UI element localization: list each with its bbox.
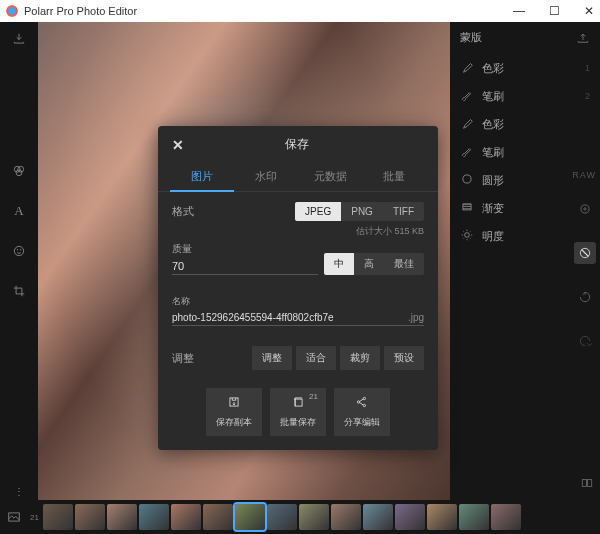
gradient-icon (460, 200, 474, 216)
dialog-tabs: 图片水印元数据批量 (158, 163, 438, 192)
quality-preset-2[interactable]: 最佳 (384, 253, 424, 275)
mask-item-2[interactable]: 色彩 (450, 110, 600, 138)
thumb-count: 21 (30, 513, 39, 522)
tab-1[interactable]: 水印 (234, 163, 298, 191)
thumbnail[interactable] (171, 504, 201, 530)
filename-input[interactable] (172, 310, 408, 325)
batch-icon (291, 395, 305, 412)
name-label: 名称 (172, 295, 424, 308)
save-dialog: ✕ 保存 图片水印元数据批量 格式 JPEGPNGTIFF 估计大小 515 K… (158, 126, 438, 450)
svg-point-9 (581, 205, 589, 213)
history-icon[interactable] (574, 286, 596, 308)
svg-rect-16 (295, 399, 302, 406)
title-bar: Polarr Pro Photo Editor — ☐ ✕ (0, 0, 600, 22)
compare-icon[interactable] (580, 476, 594, 492)
thumbnails (43, 504, 596, 530)
thumbnail[interactable] (331, 504, 361, 530)
estimated-size: 估计大小 515 KB (172, 225, 424, 238)
eyedropper-icon (460, 116, 474, 132)
more-icon[interactable]: ⋮ (10, 482, 28, 500)
thumbnail[interactable] (459, 504, 489, 530)
tab-2[interactable]: 元数据 (298, 163, 362, 191)
thumbnail[interactable] (75, 504, 105, 530)
window-title: Polarr Pro Photo Editor (24, 5, 137, 17)
batch-badge: 21 (309, 392, 318, 401)
crop-icon[interactable] (10, 282, 28, 300)
thumbnail[interactable] (363, 504, 393, 530)
filmstrip: 21 (0, 500, 600, 534)
svg-point-3 (14, 246, 23, 255)
svg-rect-13 (588, 480, 592, 487)
thumbnail[interactable] (235, 504, 265, 530)
left-toolbar: A ⋮ (0, 22, 38, 500)
svg-point-2 (16, 170, 22, 176)
thumbnail[interactable] (107, 504, 137, 530)
brush-icon (460, 144, 474, 160)
svg-point-4 (17, 250, 18, 251)
format-png[interactable]: PNG (341, 202, 383, 221)
adjust-label: 调整 (172, 351, 248, 366)
close-button[interactable]: ✕ (584, 4, 594, 18)
gallery-icon[interactable] (4, 507, 24, 527)
mask-item-0[interactable]: 色彩1 (450, 54, 600, 82)
format-segment: JPEGPNGTIFF (295, 202, 424, 221)
share-button[interactable]: 分享编辑 (334, 388, 390, 436)
thumbnail[interactable] (427, 504, 457, 530)
mask-icon[interactable] (574, 242, 596, 264)
filters-icon[interactable] (10, 162, 28, 180)
svg-point-6 (463, 175, 471, 183)
svg-point-5 (20, 250, 21, 251)
import-icon[interactable] (10, 30, 28, 48)
svg-point-17 (357, 401, 359, 403)
close-dialog-button[interactable]: ✕ (172, 137, 184, 153)
window-controls: — ☐ ✕ (513, 4, 594, 18)
format-jpeg[interactable]: JPEG (295, 202, 341, 221)
thumbnail[interactable] (395, 504, 425, 530)
thumbnail[interactable] (139, 504, 169, 530)
save-copy-icon (227, 395, 241, 412)
quality-preset-1[interactable]: 高 (354, 253, 384, 275)
export-icon[interactable] (576, 30, 590, 46)
format-tiff[interactable]: TIFF (383, 202, 424, 221)
thumbnail[interactable] (299, 504, 329, 530)
svg-point-8 (465, 233, 470, 238)
format-label: 格式 (172, 204, 295, 219)
tab-0[interactable]: 图片 (170, 163, 234, 192)
raw-label: RAW (572, 170, 596, 180)
svg-point-10 (584, 208, 586, 210)
quality-input[interactable] (172, 258, 318, 275)
quality-segment: 中高最佳 (324, 253, 424, 275)
redo-icon[interactable] (574, 330, 596, 352)
mask-item-1[interactable]: 笔刷2 (450, 82, 600, 110)
thumbnail[interactable] (491, 504, 521, 530)
svg-rect-12 (582, 480, 586, 487)
maximize-button[interactable]: ☐ (549, 4, 560, 18)
thumbnail[interactable] (267, 504, 297, 530)
file-ext: .jpg (408, 312, 424, 325)
svg-point-18 (363, 397, 365, 399)
thumbnail[interactable] (43, 504, 73, 530)
batch-save-button[interactable]: 21 批量保存 (270, 388, 326, 436)
dialog-title: 保存 (184, 136, 410, 153)
thumbnail[interactable] (203, 504, 233, 530)
quality-label: 质量 (172, 242, 318, 256)
adjust-btn-1[interactable]: 适合 (296, 346, 336, 370)
face-icon[interactable] (10, 242, 28, 260)
app-root: A ⋮ 蒙版 色彩1笔刷2色彩笔刷圆形渐变明度 RAW 21 ✕ 保存 图片水 (0, 22, 600, 534)
target-icon[interactable] (574, 198, 596, 220)
text-icon[interactable]: A (10, 202, 28, 220)
minimize-button[interactable]: — (513, 4, 525, 18)
circle-icon (460, 172, 474, 188)
save-copy-button[interactable]: 保存副本 (206, 388, 262, 436)
right-panel: 蒙版 色彩1笔刷2色彩笔刷圆形渐变明度 RAW (450, 22, 600, 500)
adjust-btn-3[interactable]: 预设 (384, 346, 424, 370)
adjust-btn-2[interactable]: 裁剪 (340, 346, 380, 370)
tab-3[interactable]: 批量 (362, 163, 426, 191)
eyedropper-icon (460, 60, 474, 76)
quality-preset-0[interactable]: 中 (324, 253, 354, 275)
mask-item-3[interactable]: 笔刷 (450, 138, 600, 166)
svg-point-1 (18, 166, 24, 172)
svg-point-19 (363, 404, 365, 406)
adjust-btn-0[interactable]: 调整 (252, 346, 292, 370)
sun-icon (460, 228, 474, 244)
